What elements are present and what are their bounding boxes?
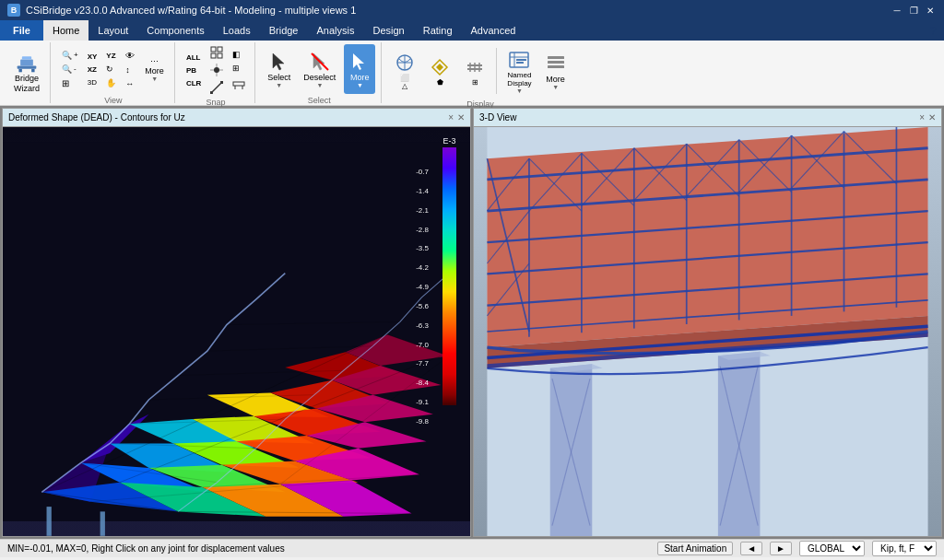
snap-col-2 — [206, 44, 227, 96]
view-xy-button[interactable]: XY — [84, 51, 101, 63]
more-select-label: More — [350, 73, 370, 82]
view-pan-button[interactable]: ✋ — [102, 76, 120, 89]
more-select-button[interactable]: More ▼ — [344, 44, 375, 94]
svg-rect-6 — [218, 47, 222, 52]
snap-grid-button[interactable] — [206, 44, 227, 61]
ribbon-content: BridgeWizard 🔍+ 🔍- ⊞ — [0, 41, 944, 105]
zoom-out-button[interactable]: 🔍- — [58, 63, 82, 76]
app-icon: B — [7, 4, 20, 17]
close-button[interactable]: ✕ — [924, 4, 937, 17]
menu-design[interactable]: Design — [363, 20, 413, 41]
menu-components[interactable]: Components — [137, 20, 213, 41]
svg-rect-37 — [548, 65, 564, 68]
view-xz-button[interactable]: XZ — [84, 64, 101, 76]
select-group-label: Select — [308, 96, 331, 105]
window-controls: ─ ❐ ✕ — [891, 4, 937, 17]
more-display-icon — [545, 52, 567, 75]
deselect-button[interactable]: Deselect ▼ — [299, 44, 340, 94]
snap-col-1: ALL PB CLR — [183, 52, 205, 89]
select-button[interactable]: Select ▼ — [263, 44, 295, 94]
menu-rating[interactable]: Rating — [414, 20, 462, 41]
bridge-contour-svg — [3, 127, 470, 536]
left-view-panel: Deformed Shape (DEAD) - Contours for Uz … — [2, 108, 471, 537]
right-view-content[interactable] — [474, 127, 941, 536]
menu-loads[interactable]: Loads — [214, 20, 260, 41]
menu-analysis[interactable]: Analysis — [307, 20, 363, 41]
snap-pb-button[interactable]: PB — [183, 64, 205, 76]
snap-col-3: ◧ ⊞ — [229, 48, 249, 92]
svg-rect-4 — [31, 69, 34, 72]
more-display-label: More — [546, 75, 565, 84]
bridge-wizard-button[interactable]: BridgeWizard — [9, 48, 44, 98]
menu-file[interactable]: File — [0, 20, 43, 41]
nav-left-button[interactable]: ◄ — [740, 542, 762, 555]
more-select-icon — [348, 51, 371, 73]
display-btn3[interactable]: ⊞ — [459, 46, 490, 96]
help-button[interactable]: ? — [922, 20, 944, 41]
view-arrow-button[interactable]: ↕ — [122, 64, 138, 76]
right-panel-close[interactable]: ✕ — [928, 112, 936, 122]
svg-rect-2 — [22, 56, 31, 59]
snap-all-button[interactable]: ALL — [183, 52, 205, 64]
zoom-extents-button[interactable]: ⊞ — [58, 76, 82, 90]
left-panel-restore[interactable]: × — [448, 112, 454, 122]
named-display-icon — [508, 49, 530, 71]
select-label: Select — [267, 73, 290, 82]
snap-btn3[interactable] — [229, 76, 249, 92]
menu-home[interactable]: Home — [43, 20, 88, 41]
display-separator — [496, 48, 497, 94]
deselect-arrow: ▼ — [316, 82, 323, 88]
status-right: Start Animation ◄ ► GLOBAL LOCAL Kip, ft… — [657, 541, 937, 556]
ribbon-group-bridge-wizard: BridgeWizard — [4, 42, 51, 103]
snap-point-button[interactable] — [206, 62, 227, 78]
snap-btn1[interactable]: ◧ — [229, 48, 249, 61]
display-btn2[interactable]: ⬟ — [424, 46, 455, 96]
right-panel-restore[interactable]: × — [919, 112, 925, 122]
left-panel-close[interactable]: ✕ — [457, 112, 465, 122]
svg-rect-0 — [18, 66, 37, 69]
svg-rect-3 — [18, 69, 21, 72]
menu-layout[interactable]: Layout — [88, 20, 137, 41]
left-view-content[interactable]: E-3 -0.7 -1.4 -2.1 -2.8 -3.5 -4.2 -4.9 -… — [3, 127, 470, 536]
left-panel-controls: × ✕ — [448, 112, 465, 122]
more-select-arrow: ▼ — [357, 82, 363, 88]
svg-rect-34 — [516, 62, 524, 64]
named-display-button[interactable]: NamedDisplay ▼ — [502, 46, 536, 96]
right-panel-controls: × ✕ — [919, 112, 936, 122]
menu-bridge[interactable]: Bridge — [260, 20, 308, 41]
snap-clr-button[interactable]: CLR — [183, 77, 205, 89]
zoom-extents-icon: ⊞ — [62, 78, 69, 88]
tick-5: -3.5 — [416, 244, 429, 252]
svg-line-12 — [211, 82, 222, 93]
view-yz-button[interactable]: YZ — [102, 50, 120, 62]
display-icon1 — [394, 52, 416, 74]
app-title: CSiBridge v23.0.0 Advanced w/Rating 64-b… — [26, 5, 356, 16]
svg-rect-78 — [47, 507, 52, 536]
ribbon: BridgeWizard 🔍+ 🔍- ⊞ — [0, 41, 944, 106]
right-panel-title: 3-D View — [479, 112, 516, 122]
display-btn1[interactable]: ⬜△ — [389, 46, 420, 96]
view-eye-button[interactable]: 👁 — [122, 49, 138, 63]
zoom-in-button[interactable]: 🔍+ — [58, 49, 82, 62]
more-display-button[interactable]: More ▼ — [540, 46, 572, 96]
restore-button[interactable]: ❐ — [907, 4, 920, 17]
coordinate-system-dropdown[interactable]: GLOBAL LOCAL — [799, 541, 865, 556]
snap-line-button[interactable] — [206, 79, 227, 96]
nav-right-button[interactable]: ► — [770, 542, 792, 555]
select-arrow: ▼ — [276, 82, 282, 88]
right-panel-header: 3-D View × ✕ — [474, 109, 941, 127]
view-rotate-button[interactable]: ↻ — [102, 63, 120, 76]
svg-rect-15 — [233, 82, 244, 86]
minimize-button[interactable]: ─ — [891, 4, 903, 17]
snap-btn2[interactable]: ⊞ — [229, 62, 249, 75]
start-animation-button[interactable]: Start Animation — [657, 542, 733, 555]
svg-rect-79 — [100, 511, 105, 535]
zoom-in-icon: 🔍 — [62, 51, 72, 60]
more-view-button[interactable]: ⋯ More ▼ — [140, 44, 169, 94]
view-3d-button[interactable]: 3D — [84, 76, 101, 88]
view-col-3: YZ ↻ ✋ — [102, 50, 120, 89]
view-arrow2-button[interactable]: ↔ — [122, 77, 138, 90]
scale-ticks: -0.7 -1.4 -2.1 -2.8 -3.5 -4.2 -4.9 -5.6 … — [416, 168, 429, 426]
menu-advanced[interactable]: Advanced — [462, 20, 525, 41]
units-dropdown[interactable]: Kip, ft, F Kip, in, F — [872, 541, 937, 556]
